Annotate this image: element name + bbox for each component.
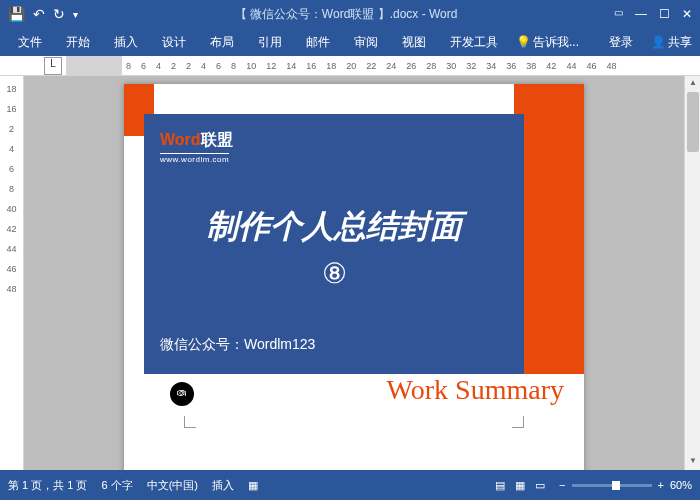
share-icon: 👤 — [651, 35, 666, 49]
zoom-slider[interactable] — [572, 484, 652, 487]
macro-icon[interactable]: ▦ — [248, 479, 258, 492]
tab-design[interactable]: 设计 — [152, 30, 196, 55]
zoom-out-icon[interactable]: − — [559, 479, 565, 491]
zoom-level[interactable]: 60% — [670, 479, 692, 491]
ruler-tick: 40 — [6, 204, 16, 214]
tab-layout[interactable]: 布局 — [200, 30, 244, 55]
ruler-tick: 8 — [9, 184, 14, 194]
ruler-tick: 30 — [446, 61, 456, 71]
scroll-thumb[interactable] — [687, 92, 699, 152]
ruler-tick: 12 — [266, 61, 276, 71]
title-bar: 💾 ↶ ↻ ▾ 【 微信公众号：Word联盟 】.docx - Word ▭ —… — [0, 0, 700, 28]
vertical-ruler[interactable]: 181624684042444648 — [0, 76, 24, 470]
ruler-tick: 2 — [186, 61, 191, 71]
ruler-tick: 28 — [426, 61, 436, 71]
ruler-tick: 6 — [216, 61, 221, 71]
crop-mark-right — [512, 416, 524, 428]
ruler-tick: 32 — [466, 61, 476, 71]
ruler-tick: 22 — [366, 61, 376, 71]
wechat-text: 微信公众号：Wordlm123 — [160, 336, 508, 354]
tab-insert[interactable]: 插入 — [104, 30, 148, 55]
ruler-tick: 8 — [126, 61, 131, 71]
login-link[interactable]: 登录 — [599, 30, 643, 55]
tab-mail[interactable]: 邮件 — [296, 30, 340, 55]
ruler-tick: 2 — [171, 61, 176, 71]
maximize-icon[interactable]: ☐ — [659, 7, 670, 21]
tab-selector[interactable]: L — [44, 57, 62, 75]
ruler-tick: 16 — [6, 104, 16, 114]
tab-file[interactable]: 文件 — [8, 30, 52, 55]
page: Word联盟 www.wordlm.com 制作个人总结封面 ⑧ 微信公众号：W… — [124, 84, 584, 470]
word-count[interactable]: 6 个字 — [101, 478, 132, 493]
save-icon[interactable]: 💾 — [8, 6, 25, 22]
ruler-tick: 10 — [246, 61, 256, 71]
ruler-tick: 20 — [346, 61, 356, 71]
ruler-tick: 46 — [6, 264, 16, 274]
undo-icon[interactable]: ↶ — [33, 6, 45, 22]
logo-subtitle: www.wordlm.com — [160, 153, 229, 164]
ruler-tick: 6 — [141, 61, 146, 71]
ruler-tick: 18 — [326, 61, 336, 71]
ruler-tick: 8 — [231, 61, 236, 71]
ruler-tick: 2 — [9, 124, 14, 134]
ruler-tick: 18 — [6, 84, 16, 94]
ruler-tick: 34 — [486, 61, 496, 71]
redo-icon[interactable]: ↻ — [53, 6, 65, 22]
crop-mark-left — [184, 416, 196, 428]
vertical-scrollbar[interactable]: ▲ ▼ — [684, 76, 700, 470]
cover-number: ⑧ — [160, 257, 508, 290]
tell-me[interactable]: 💡告诉我... — [516, 34, 579, 51]
ruler-tick: 36 — [506, 61, 516, 71]
scroll-up-icon[interactable]: ▲ — [687, 78, 699, 90]
ruler-tick: 4 — [9, 144, 14, 154]
ruler-tick: 26 — [406, 61, 416, 71]
ruler-tick: 4 — [201, 61, 206, 71]
tab-home[interactable]: 开始 — [56, 30, 100, 55]
ruler-tick: 14 — [286, 61, 296, 71]
lightbulb-icon: 💡 — [516, 35, 531, 49]
tab-references[interactable]: 引用 — [248, 30, 292, 55]
view-buttons: ▤ ▦ ▭ — [495, 479, 545, 492]
ruler-tick: 16 — [306, 61, 316, 71]
scroll-down-icon[interactable]: ▼ — [687, 456, 699, 468]
edit-area: 181624684042444648 Word联盟 www.wordlm.com… — [0, 76, 700, 470]
logo: Word联盟 — [160, 130, 508, 151]
minimize-icon[interactable]: — — [635, 7, 647, 21]
orange-shape-right — [514, 84, 584, 374]
ruler-tick: 44 — [566, 61, 576, 71]
zoom-control: − + 60% — [559, 479, 692, 491]
web-layout-icon[interactable]: ▭ — [535, 479, 545, 492]
print-layout-icon[interactable]: ▦ — [515, 479, 525, 492]
read-mode-icon[interactable]: ▤ — [495, 479, 505, 492]
ruler-tick: 46 — [586, 61, 596, 71]
ruler-tick: 48 — [606, 61, 616, 71]
language[interactable]: 中文(中国) — [147, 478, 198, 493]
tab-view[interactable]: 视图 — [392, 30, 436, 55]
tab-developer[interactable]: 开发工具 — [440, 30, 508, 55]
status-bar: 第 1 页，共 1 页 6 个字 中文(中国) 插入 ▦ ▤ ▦ ▭ − + 6… — [0, 470, 700, 500]
zoom-in-icon[interactable]: + — [658, 479, 664, 491]
cover-title: 制作个人总结封面 — [160, 205, 508, 249]
ruler-tick: 48 — [6, 284, 16, 294]
cover-card: Word联盟 www.wordlm.com 制作个人总结封面 ⑧ 微信公众号：W… — [144, 114, 524, 374]
ruler-tick: 38 — [526, 61, 536, 71]
window-controls: ▭ — ☐ ✕ — [614, 7, 692, 21]
share-button[interactable]: 👤共享 — [651, 34, 692, 51]
ruler-tick: 42 — [6, 224, 16, 234]
ruler-tick: 6 — [9, 164, 14, 174]
wechat-icon: ෧ — [170, 382, 194, 406]
ribbon-options-icon[interactable]: ▭ — [614, 7, 623, 21]
ribbon-tabs: 文件 开始 插入 设计 布局 引用 邮件 审阅 视图 开发工具 💡告诉我... … — [0, 28, 700, 56]
page-count[interactable]: 第 1 页，共 1 页 — [8, 478, 87, 493]
quick-access-toolbar: 💾 ↶ ↻ ▾ — [8, 6, 78, 22]
horizontal-ruler[interactable]: L 86422468101214161820222426283032343638… — [0, 56, 700, 76]
ruler-tick: 42 — [546, 61, 556, 71]
tab-review[interactable]: 审阅 — [344, 30, 388, 55]
ruler-tick: 24 — [386, 61, 396, 71]
ruler-tick: 4 — [156, 61, 161, 71]
document-canvas[interactable]: Word联盟 www.wordlm.com 制作个人总结封面 ⑧ 微信公众号：W… — [24, 76, 684, 470]
work-summary-text: Work Summary — [387, 374, 564, 406]
window-title: 【 微信公众号：Word联盟 】.docx - Word — [78, 6, 614, 23]
insert-mode[interactable]: 插入 — [212, 478, 234, 493]
close-icon[interactable]: ✕ — [682, 7, 692, 21]
